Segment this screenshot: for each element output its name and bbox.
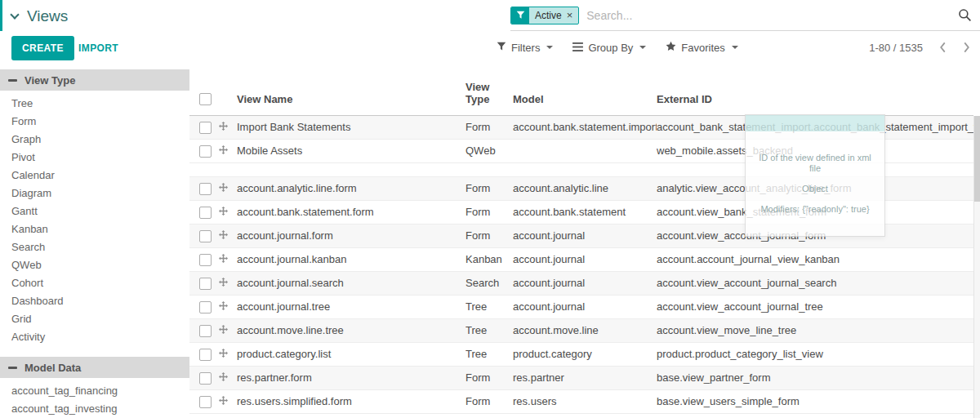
move-handle-icon[interactable] — [219, 396, 228, 405]
table-row[interactable]: account.journal.treeTreeaccount.journala… — [189, 295, 973, 318]
move-handle-icon[interactable] — [219, 325, 228, 334]
table-row[interactable]: res.partner.formFormres.partnerbase.view… — [189, 366, 973, 389]
filter-funnel-icon — [497, 42, 506, 54]
row-checkbox[interactable] — [199, 183, 212, 195]
row-checkbox-cell — [189, 115, 219, 139]
column-header-view-name[interactable]: View Name — [237, 69, 466, 115]
sidebar-item-graph[interactable]: Graph — [0, 131, 189, 149]
cell-view-type: QWeb — [466, 139, 513, 162]
row-checkbox[interactable] — [199, 230, 212, 242]
row-checkbox-cell — [189, 389, 219, 413]
row-checkbox-cell — [189, 366, 219, 389]
pager-range: 1-80 / 1535 — [869, 42, 923, 54]
sidebar-item-account-tag-financing[interactable]: account_tag_financing — [0, 382, 189, 400]
move-handle-icon[interactable] — [219, 349, 228, 358]
move-handle-icon[interactable] — [219, 122, 228, 131]
cell-model: account.journal — [513, 247, 657, 271]
sidebar-item-tree[interactable]: Tree — [0, 95, 189, 113]
sidebar-item-diagram[interactable]: Diagram — [0, 185, 189, 202]
row-checkbox[interactable] — [199, 349, 212, 361]
sidebar-item-calendar[interactable]: Calendar — [0, 167, 189, 185]
table-row[interactable]: product.category.listTreeproduct.categor… — [189, 342, 973, 366]
sidebar-item-form[interactable]: Form — [0, 113, 189, 131]
pager-previous-icon[interactable] — [939, 42, 947, 53]
facet-remove-icon[interactable]: × — [567, 10, 573, 20]
move-handle-icon[interactable] — [219, 372, 228, 381]
move-handle-icon[interactable] — [219, 230, 228, 239]
cell-external-id: account.account_journal_view_kanban — [657, 247, 973, 271]
cell-model: product.category — [513, 342, 657, 366]
cell-model: res.partner — [513, 366, 657, 389]
table-row[interactable]: account.move.line.treeTreeaccount.move.l… — [189, 318, 973, 342]
table-row[interactable]: account.journal.kanbanKanbanaccount.jour… — [189, 247, 973, 271]
row-checkbox[interactable] — [199, 122, 212, 134]
favorites-dropdown[interactable]: Favorites — [666, 41, 737, 54]
sidebar-item-dashboard[interactable]: Dashboard — [0, 292, 189, 310]
breadcrumb[interactable]: Views — [11, 7, 68, 25]
cell-model: account.journal — [513, 224, 657, 247]
pager: 1-80 / 1535 — [869, 33, 970, 62]
move-handle-icon[interactable] — [219, 301, 228, 310]
move-handle-icon[interactable] — [219, 207, 228, 216]
select-all-checkbox[interactable] — [199, 93, 212, 105]
row-checkbox[interactable] — [199, 278, 212, 290]
sidebar-item-gantt[interactable]: Gantt — [0, 202, 189, 220]
list-view: View NameView TypeModelExternal ID Impor… — [189, 69, 980, 418]
row-handle-cell — [219, 224, 237, 247]
row-checkbox-cell — [189, 176, 219, 200]
cell-model: account.analytic.line — [513, 176, 657, 200]
import-button[interactable]: IMPORT — [78, 42, 118, 54]
row-handle-cell — [219, 318, 237, 342]
table-row[interactable]: res.users.simplified.formFormres.usersba… — [189, 389, 973, 413]
search-facet-active[interactable]: Active × — [510, 7, 579, 24]
row-checkbox[interactable] — [199, 301, 212, 314]
column-header-model[interactable]: Model — [513, 69, 657, 115]
row-checkbox[interactable] — [199, 207, 212, 219]
row-checkbox-cell — [189, 342, 219, 366]
filters-dropdown[interactable]: Filters — [497, 42, 553, 54]
column-header-view-type[interactable]: View Type — [466, 69, 513, 115]
cell-view-name: account.journal.tree — [237, 295, 466, 318]
filter-funnel-icon — [511, 7, 529, 24]
sidebar-item-account-tag-investing[interactable]: account_tag_investing — [0, 400, 189, 418]
cell-view-type: Form — [466, 224, 513, 247]
sidebar-section-title: Model Data — [24, 362, 81, 374]
cell-model: account.bank.statement — [513, 200, 657, 224]
move-handle-icon[interactable] — [219, 254, 228, 263]
search-input[interactable] — [579, 9, 958, 22]
row-handle-cell — [219, 247, 237, 271]
row-checkbox[interactable] — [199, 396, 212, 408]
move-handle-icon[interactable] — [219, 278, 228, 287]
create-button[interactable]: CREATE — [11, 36, 74, 60]
chevron-down-icon[interactable] — [10, 10, 19, 19]
sidebar-item-cohort[interactable]: Cohort — [0, 274, 189, 292]
facet-label: Active — [535, 10, 562, 21]
sidebar-item-grid[interactable]: Grid — [0, 310, 189, 328]
field-debug-tooltip: ID of the view defined in xml file Objec… — [745, 114, 885, 237]
sidebar-item-activity[interactable]: Activity — [0, 328, 189, 346]
move-handle-icon[interactable] — [219, 145, 228, 154]
table-row[interactable]: account.journal.searchSearchaccount.jour… — [189, 271, 973, 295]
column-header-external-id[interactable]: External ID — [657, 69, 973, 115]
row-checkbox[interactable] — [199, 325, 212, 337]
vertical-scrollbar[interactable] — [973, 116, 980, 418]
row-checkbox[interactable] — [199, 372, 212, 385]
row-handle-cell — [219, 342, 237, 366]
cell-external-id: base.view_partner_form — [657, 366, 973, 389]
row-checkbox[interactable] — [199, 145, 212, 158]
group-by-dropdown[interactable]: Group By — [572, 42, 646, 54]
row-handle-cell — [219, 200, 237, 224]
pager-next-icon[interactable] — [963, 42, 970, 53]
magnifier-icon[interactable] — [958, 8, 972, 22]
sidebar-item-qweb[interactable]: QWeb — [0, 256, 189, 274]
sidebar-item-kanban[interactable]: Kanban — [0, 220, 189, 238]
row-checkbox[interactable] — [199, 254, 212, 266]
scrollbar-thumb[interactable] — [974, 116, 980, 202]
sidebar-section-view-type: View Type — [0, 69, 189, 91]
sidebar-item-search[interactable]: Search — [0, 238, 189, 256]
cell-view-name: Mobile Assets — [237, 139, 466, 162]
control-panel: CREATE IMPORT Filters Group By Favorites… — [0, 33, 980, 62]
move-handle-icon[interactable] — [219, 183, 228, 192]
sidebar-item-pivot[interactable]: Pivot — [0, 149, 189, 167]
facet-value: Active × — [529, 7, 578, 24]
